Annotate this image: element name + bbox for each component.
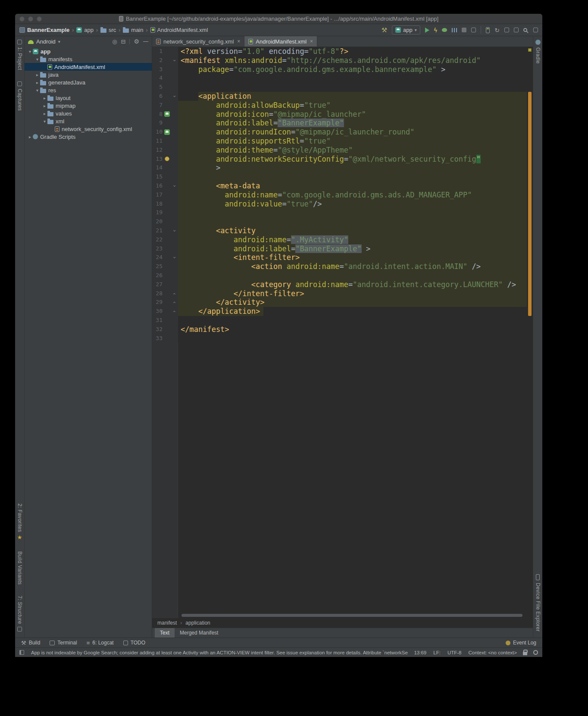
zoom-window-button[interactable] [37,16,42,22]
code-line-10[interactable]: 10 android:roundIcon="@mipmap/ic_launche… [152,128,527,137]
tool-button-6-logcat[interactable]: ≡6: Logcat [87,640,114,646]
code-line-14[interactable]: 14 > [152,163,527,172]
tool-button-gradle[interactable]: Gradle [535,40,541,64]
tree-item-values[interactable]: ▸values [25,109,152,117]
code-line-9[interactable]: 9 android:label="BannerExample" [152,119,527,128]
chevron-right-icon[interactable]: ▸ [27,134,33,139]
editor-tab-androidmanifest-xml[interactable]: AndroidManifest.xml× [244,36,317,47]
code-line-32[interactable]: 32</manifest> [152,325,527,334]
breadcrumb-app[interactable]: app [76,27,94,33]
breadcrumb-manifest[interactable]: manifest [157,620,177,626]
search-everywhere-icon[interactable] [523,28,527,32]
code-line-13[interactable]: 13 android:networkSecurityConfig="@xml/n… [152,155,527,164]
project-view-selector[interactable]: Android [36,38,56,45]
code-line-4[interactable]: 4 [152,74,527,83]
code-line-22[interactable]: 22 android:name=".MyActivity" [152,235,527,244]
tree-item-java[interactable]: ▸java [25,71,152,78]
mip[interactable] [164,111,170,117]
code-line-31[interactable]: 31 [152,316,527,325]
chevron-right-icon[interactable]: ▸ [42,111,47,116]
code-line-7[interactable]: 7 android:allowBackup="true" [152,101,527,110]
fold-marker-icon[interactable]: › [170,59,179,62]
code-line-29[interactable]: 29› </activity> [152,298,527,307]
stop-icon[interactable] [462,28,466,32]
status-caret-position[interactable]: 13:69 [414,650,426,655]
code-line-19[interactable]: 19 [152,208,527,217]
code-editor[interactable]: 1<?xml version="1.0" encoding="utf-8"?>2… [152,47,527,343]
tree-item-res[interactable]: ▾res [25,86,152,94]
chevron-right-icon[interactable]: ▸ [34,80,40,85]
collapse-all-icon[interactable]: ⊟ [121,39,126,44]
layout-inspector-icon[interactable] [514,28,519,32]
tool-button-captures[interactable]: Captures [17,81,23,111]
build-hammer-icon[interactable]: ⚒ [382,27,387,33]
horizontal-scrollbar[interactable] [181,614,522,617]
status-line-separator[interactable]: LF: [433,650,441,655]
code-line-6[interactable]: 6› <application [152,92,527,101]
code-line-17[interactable]: 17 android:name="com.google.android.gms.… [152,191,527,200]
tree-item-mipmap[interactable]: ▸mipmap [25,102,152,109]
chevron-down-icon[interactable]: ▾ [27,49,33,54]
code-line-11[interactable]: 11 android:supportsRtl="true" [152,137,527,146]
tool-button-1-project[interactable]: 1: Project [17,40,23,70]
code-line-18[interactable]: 18 android:value="true"/> [152,200,527,209]
fold-marker-icon[interactable]: › [170,185,179,187]
code-line-5[interactable]: 5 [152,83,527,92]
code-line-20[interactable]: 20 [152,217,527,226]
close-tab-icon[interactable]: × [237,38,240,44]
code-line-25[interactable]: 25 <action android:name="android.intent.… [152,262,527,271]
breadcrumb-src[interactable]: src [100,27,116,33]
minimize-window-button[interactable] [28,16,33,22]
titlebar[interactable]: BannerExample [~/src/github/android-exam… [15,14,542,24]
editor-tab-network-security-config-xml[interactable]: network_security_config.xml× [152,36,244,47]
settings-gear-icon[interactable]: ⚙ [134,38,139,44]
fold-marker-icon[interactable]: › [170,95,179,97]
tree-item-app[interactable]: ▾app [25,47,152,55]
run-icon[interactable] [425,28,429,33]
status-file-encoding[interactable]: UTF-8 [447,650,462,655]
code-line-8[interactable]: 8 android:icon="@mipmap/ic_launcher" [152,110,527,119]
code-line-15[interactable]: 15 [152,172,527,181]
code-line-30[interactable]: 30› </application> [152,307,527,316]
breadcrumb-bannerexample[interactable]: BannerExample [19,27,69,33]
locate-icon[interactable]: ◎ [112,39,117,44]
debug-icon[interactable] [442,28,447,32]
tool-button-terminal[interactable]: Terminal [50,640,77,646]
chevron-right-icon[interactable]: ▸ [42,96,47,100]
view-tab-merged-manifest[interactable]: Merged Manifest [175,628,223,638]
breadcrumb-androidmanifest-xml[interactable]: AndroidManifest.xml [150,27,208,33]
code-line-24[interactable]: 24› <intent-filter> [152,253,527,262]
breadcrumb-application[interactable]: application [185,620,210,626]
code-line-21[interactable]: 21› <activity [152,226,527,235]
tool-button-event-log[interactable]: Event Log [506,640,536,646]
tool-button-7-structure[interactable]: 7: Structure [17,596,23,632]
tool-button-build[interactable]: ⚒Build [21,640,40,646]
code-line-23[interactable]: 23 android:label="BannerExample" > [152,244,527,253]
code-line-28[interactable]: 28› </intent-filter> [152,289,527,298]
warnings-indicator-icon[interactable] [528,48,532,52]
breadcrumb-main[interactable]: main [123,27,143,33]
chevron-down-icon[interactable]: ▾ [34,57,40,62]
attach-debugger-icon[interactable] [471,28,476,32]
hide-panel-icon[interactable]: — [143,39,148,44]
tool-button-2-favorites[interactable]: 2: Favorites★ [17,503,23,540]
chevron-down-icon[interactable]: ▾ [42,119,47,124]
tool-button-todo[interactable]: TODO [123,640,145,646]
tree-item-manifests[interactable]: ▾manifests [25,55,152,63]
profiler-icon[interactable] [452,28,457,32]
close-tab-icon[interactable]: × [310,38,313,44]
close-window-button[interactable] [19,16,25,22]
mip[interactable] [164,129,170,135]
fold-marker-icon[interactable]: › [170,310,179,313]
project-structure-icon[interactable] [533,28,538,32]
run-configuration-select[interactable]: app▾ [392,25,420,34]
fold-marker-icon[interactable]: › [170,301,179,303]
chevron-right-icon[interactable]: ▸ [34,72,40,77]
highlighting-level-icon[interactable] [533,650,538,655]
tree-item-androidmanifest-xml[interactable]: AndroidManifest.xml [25,63,152,71]
tool-button-device-file-explorer[interactable]: Device File Explorer [535,574,541,632]
code-line-2[interactable]: 2›<manifest xmlns:android="http://schema… [152,56,527,65]
code-line-12[interactable]: 12 android:theme="@style/AppTheme" [152,146,527,155]
tree-item-gradle-scripts[interactable]: ▸Gradle Scripts [25,133,152,141]
tree-item-xml[interactable]: ▾xml [25,117,152,125]
